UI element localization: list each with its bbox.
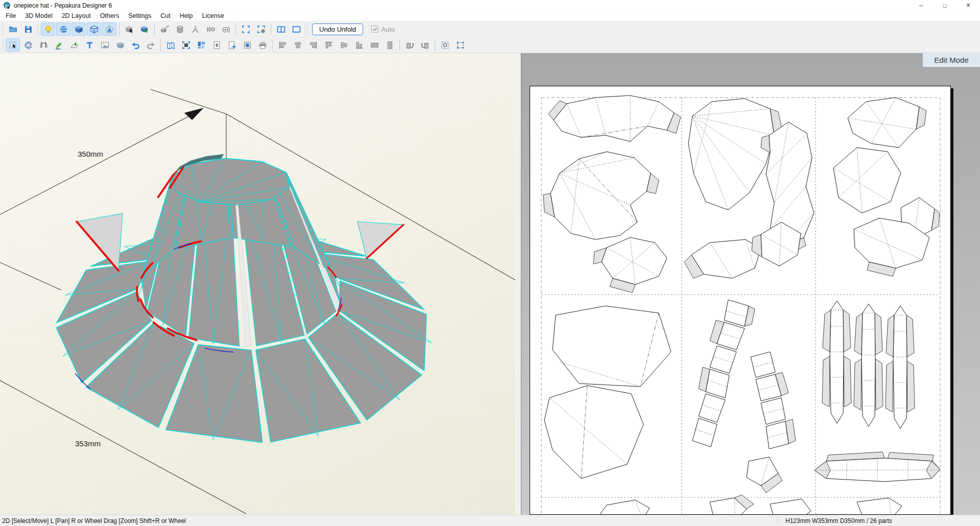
menu-2d-layout[interactable]: 2D Layout bbox=[57, 11, 95, 21]
open-file-button[interactable] bbox=[6, 22, 20, 36]
show-edge-button[interactable] bbox=[157, 22, 172, 36]
small-cube-pick-icon bbox=[160, 25, 169, 34]
redo-arrow-icon bbox=[147, 41, 155, 50]
status-model-info: H123mm W353mm D350mm / 26 parts bbox=[777, 517, 980, 524]
rotate-diamond-icon bbox=[24, 41, 33, 50]
scale-check-button[interactable] bbox=[203, 22, 218, 36]
print-preview-button[interactable] bbox=[240, 38, 254, 52]
toolbar-grip[interactable] bbox=[2, 39, 4, 51]
align-center-h-icon bbox=[294, 41, 302, 50]
menu-bar: File 3D Model 2D Layout Others Settings … bbox=[0, 11, 980, 21]
menu-others[interactable]: Others bbox=[95, 11, 124, 21]
menu-cut[interactable]: Cut bbox=[156, 11, 175, 21]
show-cylinder-button[interactable] bbox=[173, 22, 187, 36]
align-bottom-icon bbox=[355, 41, 364, 50]
texture-view-button[interactable] bbox=[56, 22, 70, 36]
region-select-button[interactable] bbox=[238, 22, 253, 36]
edit-flap-button[interactable] bbox=[67, 38, 81, 52]
view-rotate-button[interactable] bbox=[219, 22, 233, 36]
select-face-button[interactable] bbox=[122, 22, 136, 36]
toolbar-grip[interactable] bbox=[271, 39, 274, 51]
maximize-button[interactable]: □ bbox=[933, 0, 957, 11]
select-part-button[interactable] bbox=[137, 22, 152, 36]
rotate-right-button[interactable] bbox=[418, 38, 432, 52]
align-right-icon bbox=[309, 41, 318, 50]
rotate-part-button[interactable] bbox=[21, 38, 35, 52]
toolbar-2d bbox=[0, 37, 980, 53]
menu-file[interactable]: File bbox=[0, 11, 20, 21]
hat-3d-model[interactable] bbox=[56, 154, 432, 443]
distribute-horizontal-button[interactable] bbox=[367, 38, 381, 52]
viewport-2d[interactable]: Edit Mode bbox=[521, 53, 980, 515]
align-center-horizontal-button[interactable] bbox=[291, 38, 305, 52]
unfold-sheet-button[interactable] bbox=[163, 38, 178, 52]
select-move-button[interactable] bbox=[6, 38, 20, 52]
toggle-light-button[interactable] bbox=[41, 22, 55, 36]
viewport-3d-canvas[interactable]: 350mm 353mm bbox=[0, 53, 516, 515]
dimension-width-label: 350mm bbox=[78, 150, 103, 158]
pane-splitter[interactable] bbox=[516, 53, 521, 515]
toolbar-separator bbox=[38, 23, 38, 35]
align-left-button[interactable] bbox=[275, 38, 290, 52]
two-pane-view-button[interactable] bbox=[274, 22, 288, 36]
printer-icon bbox=[258, 41, 267, 50]
page-number-icon bbox=[212, 41, 221, 50]
align-bottom-button[interactable] bbox=[352, 38, 366, 52]
rotate-left-icon bbox=[405, 41, 414, 50]
measure-tool-button[interactable] bbox=[188, 22, 202, 36]
region-select-settings-button[interactable] bbox=[254, 22, 268, 36]
pattern-page-canvas bbox=[530, 86, 951, 515]
save-file-button[interactable] bbox=[21, 22, 35, 36]
menu-license[interactable]: License bbox=[198, 11, 229, 21]
align-top-icon bbox=[324, 41, 333, 50]
rotate-left-button[interactable] bbox=[402, 38, 417, 52]
main-split: 350mm 353mm Edit Mode bbox=[0, 53, 980, 515]
status-hint-text: 2D [Select/Move] L [Pan] R or Wheel Drag… bbox=[0, 517, 777, 524]
close-button[interactable]: ✕ bbox=[957, 0, 980, 11]
wireframe-view-button[interactable] bbox=[87, 22, 101, 36]
insert-image-button[interactable] bbox=[98, 38, 112, 52]
scale-selection-button[interactable] bbox=[438, 38, 452, 52]
spread-parts-button[interactable] bbox=[36, 38, 51, 52]
minimize-button[interactable]: ─ bbox=[910, 0, 933, 11]
redo-button[interactable] bbox=[144, 38, 158, 52]
fit-to-selection-button[interactable] bbox=[179, 38, 193, 52]
insert-text-button[interactable] bbox=[82, 38, 97, 52]
auto-unfold-checkbox[interactable]: Auto bbox=[371, 26, 395, 33]
menu-help[interactable]: Help bbox=[175, 11, 198, 21]
viewport-3d[interactable]: 350mm 353mm bbox=[0, 53, 516, 515]
dimension-depth-label: 353mm bbox=[75, 439, 101, 448]
checkbox-checked-icon bbox=[371, 26, 378, 33]
select-move-icon bbox=[9, 41, 17, 50]
pattern-page[interactable] bbox=[530, 86, 951, 515]
caliper-icon bbox=[191, 25, 200, 34]
print-button[interactable] bbox=[255, 38, 270, 52]
auto-arrange-button[interactable] bbox=[194, 38, 208, 52]
edit-edge-color-button[interactable] bbox=[52, 38, 66, 52]
wireframe-cube-icon bbox=[90, 25, 99, 34]
undo-unfold-button[interactable]: Undo Unfold bbox=[312, 23, 363, 35]
title-bar: onepiece hat - Pepakura Designer 6 ─ □ ✕ bbox=[0, 0, 980, 11]
export-page-button[interactable] bbox=[225, 38, 239, 52]
show-3d-box-button[interactable] bbox=[113, 38, 127, 52]
toolbar-grip[interactable] bbox=[2, 23, 4, 35]
flat-view-button[interactable] bbox=[102, 22, 116, 36]
align-left-icon bbox=[278, 41, 287, 50]
save-floppy-icon bbox=[24, 25, 33, 34]
light-bulb-icon bbox=[44, 25, 53, 34]
toolbar-separator bbox=[307, 22, 308, 36]
page-number-button[interactable] bbox=[209, 38, 224, 52]
align-right-button[interactable] bbox=[306, 38, 320, 52]
unfolded-parts[interactable] bbox=[543, 95, 940, 515]
print-preview-icon bbox=[243, 41, 252, 50]
align-top-button[interactable] bbox=[321, 38, 336, 52]
align-center-vertical-button[interactable] bbox=[337, 38, 351, 52]
undo-button[interactable] bbox=[128, 38, 142, 52]
solid-view-button[interactable] bbox=[71, 22, 86, 36]
free-transform-button[interactable] bbox=[453, 38, 467, 52]
distribute-vertical-button[interactable] bbox=[383, 38, 397, 52]
toolbar-separator bbox=[235, 23, 236, 35]
menu-3d-model[interactable]: 3D Model bbox=[20, 11, 57, 21]
single-pane-view-button[interactable] bbox=[289, 22, 303, 36]
menu-settings[interactable]: Settings bbox=[124, 11, 156, 21]
